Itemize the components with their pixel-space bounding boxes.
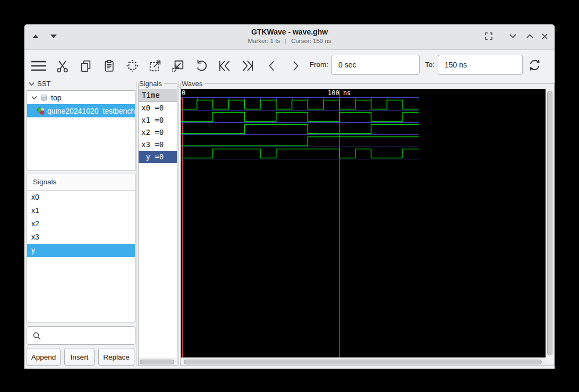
titlebar[interactable]: GTKWave - wave.ghw Marker: 1 fs | Cursor… xyxy=(24,24,555,50)
signal-names-hscrollbar-thumb[interactable] xyxy=(140,360,174,364)
svg-text:0: 0 xyxy=(182,89,185,97)
reload-icon xyxy=(527,58,542,72)
signal-list-item-x2[interactable]: x2 xyxy=(27,217,135,231)
chevron-right-icon xyxy=(289,59,302,72)
signal-list-item-y[interactable]: y xyxy=(27,244,135,257)
signals-list-header: Signals xyxy=(27,174,135,191)
signal-value-row-x2[interactable]: x2=0 xyxy=(139,126,177,139)
waves-hscrollbar[interactable] xyxy=(183,359,548,365)
signal-list-item-x3[interactable]: x3 xyxy=(27,231,135,244)
pane-splitter-right[interactable] xyxy=(178,81,179,366)
module-icon xyxy=(37,107,45,115)
signal-names-view: Time x0=0x1=0x2=0x3=0y=0 xyxy=(139,89,177,357)
tree-guide-line xyxy=(30,107,32,115)
cut-icon xyxy=(56,59,69,73)
copy-icon xyxy=(79,59,92,73)
waves-frame-label: Waves xyxy=(181,80,205,88)
previous-button[interactable] xyxy=(263,57,280,74)
zoom-fit-icon xyxy=(125,59,139,73)
close-icon xyxy=(541,33,548,40)
sst-collapse-icon xyxy=(29,82,35,86)
fullscreen-icon xyxy=(484,31,493,41)
zoom-fit-button[interactable] xyxy=(124,57,141,74)
signal-search[interactable] xyxy=(27,326,135,345)
insert-button[interactable]: Insert xyxy=(64,348,95,366)
svg-text:100 ns: 100 ns xyxy=(328,89,351,97)
status-line: Marker: 1 fs | Cursor: 150 ns xyxy=(24,38,555,44)
tree-item-top[interactable]: top xyxy=(27,91,135,104)
time-header[interactable]: Time xyxy=(139,89,177,102)
zoom-out-button[interactable] xyxy=(169,57,186,74)
signal-value-row-x3[interactable]: x3=0 xyxy=(139,139,177,151)
from-input[interactable] xyxy=(331,55,420,75)
signals-frame-label: Signals xyxy=(139,80,164,88)
pane-splitter-left[interactable] xyxy=(137,81,137,366)
signal-value-row-x1[interactable]: x1=0 xyxy=(139,114,177,126)
signal-list: x0x1x2x3y xyxy=(27,191,135,257)
chevron-up-icon xyxy=(526,33,534,39)
waves-vscrollbar-thumb[interactable] xyxy=(547,91,552,355)
skip-to-start-button[interactable] xyxy=(216,57,233,74)
skip-to-start-icon xyxy=(218,59,232,73)
sst-section-header[interactable]: SST xyxy=(29,80,50,88)
window-title: GTKWave - wave.ghw xyxy=(24,28,555,36)
search-icon xyxy=(32,331,41,340)
undo-icon xyxy=(194,59,208,73)
signal-value-rows: x0=0x1=0x2=0x3=0y=0 xyxy=(139,102,177,163)
chevron-down-icon xyxy=(509,33,517,39)
paste-button[interactable] xyxy=(100,57,117,74)
titlebar-down-arrow-button[interactable] xyxy=(48,31,59,41)
sst-tree: top quine20241020_testbench xyxy=(27,90,135,171)
gtkwave-window: GTKWave - wave.ghw Marker: 1 fs | Cursor… xyxy=(24,24,555,369)
marker-status: Marker: 1 fs xyxy=(248,38,280,44)
reload-button[interactable] xyxy=(526,56,543,73)
to-label: To: xyxy=(420,54,435,75)
status-separator: | xyxy=(285,38,286,44)
fullscreen-button[interactable] xyxy=(482,30,495,42)
waveform-canvas[interactable]: 0100 ns xyxy=(181,89,546,357)
signal-list-item-x0[interactable]: x0 xyxy=(27,191,135,204)
waveform-svg: 0100 ns xyxy=(181,89,546,357)
waves-vscrollbar[interactable] xyxy=(546,90,554,357)
sst-signals-panel: Signals x0x1x2x3y xyxy=(27,174,135,322)
expander-right-icon xyxy=(33,108,34,114)
zoom-out-icon xyxy=(171,59,185,73)
skip-to-end-icon xyxy=(241,59,254,73)
cut-button[interactable] xyxy=(54,57,71,74)
waves-hscrollbar-thumb[interactable] xyxy=(184,360,542,364)
scope-cylinder-icon xyxy=(40,93,48,102)
minimize-button[interactable] xyxy=(507,31,518,41)
undo-button[interactable] xyxy=(192,57,209,74)
maximize-button[interactable] xyxy=(524,31,535,41)
down-arrow-icon xyxy=(50,35,57,38)
tree-item-testbench[interactable]: quine20241020_testbench xyxy=(27,104,135,117)
skip-to-end-button[interactable] xyxy=(239,57,256,74)
signal-value-row-y[interactable]: y=0 xyxy=(139,151,177,163)
copy-button[interactable] xyxy=(77,57,94,74)
cursor-status: Cursor: 150 ns xyxy=(291,38,331,44)
zoom-in-icon xyxy=(148,59,162,73)
search-input[interactable] xyxy=(44,329,134,343)
expander-down-icon xyxy=(31,95,37,100)
append-button[interactable]: Append xyxy=(27,348,61,366)
zoom-in-button[interactable] xyxy=(147,57,164,74)
signal-list-item-x1[interactable]: x1 xyxy=(27,204,135,217)
menu-button[interactable] xyxy=(29,57,48,74)
replace-button[interactable]: Replace xyxy=(98,348,134,366)
menu-icon xyxy=(31,59,47,72)
from-label: From: xyxy=(301,54,328,75)
paste-icon xyxy=(103,59,116,73)
signal-names-hscrollbar[interactable] xyxy=(139,359,175,365)
screen: { "window": { "title": "GTKWave - wave.g… xyxy=(0,0,579,392)
up-arrow-icon xyxy=(32,35,39,38)
toolbar: From: To: xyxy=(24,49,555,80)
chevron-left-icon xyxy=(266,59,278,72)
titlebar-up-arrow-button[interactable] xyxy=(30,31,41,41)
close-button[interactable] xyxy=(539,31,550,41)
to-input[interactable] xyxy=(438,55,523,75)
signal-value-row-x0[interactable]: x0=0 xyxy=(139,102,177,114)
